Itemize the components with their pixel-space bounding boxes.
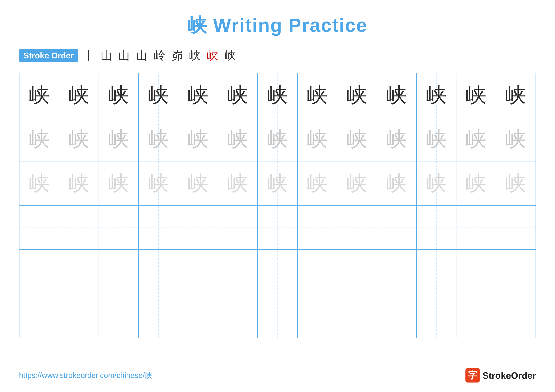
grid-cell[interactable]: 峡 [19,117,59,161]
grid-cell[interactable] [337,249,377,294]
grid-cell[interactable] [337,205,377,249]
grid-cell[interactable] [416,249,456,294]
grid-cell[interactable]: 峡 [297,73,337,117]
grid-cell[interactable]: 峡 [416,117,456,161]
grid-cell[interactable] [377,205,416,249]
grid-cell[interactable]: 峡 [258,73,297,117]
grid-cell[interactable] [178,205,218,249]
grid-cell[interactable]: 峡 [416,73,456,117]
practice-char: 峡 [426,85,447,105]
grid-cell[interactable]: 峡 [139,117,178,161]
grid-cell[interactable] [496,249,536,294]
stroke-step-5: 岭 [154,48,165,63]
practice-char: 峡 [466,129,486,150]
grid-cell[interactable]: 峡 [59,73,99,117]
grid-cell[interactable] [218,205,258,249]
grid-cell[interactable]: 峡 [456,73,496,117]
grid-cell[interactable]: 峡 [99,161,139,205]
grid-cell[interactable]: 峡 [218,117,258,161]
stroke-order-row: Stroke Order 丨 山 山 山 岭 峁 峡 峡 峡 [19,48,536,63]
grid-cell[interactable] [258,249,297,294]
grid-cell[interactable] [297,205,337,249]
grid-cell[interactable] [19,249,59,294]
grid-cell[interactable]: 峡 [218,161,258,205]
grid-cell[interactable] [456,205,496,249]
grid-cell[interactable] [297,249,337,294]
grid-cell[interactable] [218,294,258,338]
grid-cell[interactable] [258,294,297,338]
grid-cell[interactable]: 峡 [139,161,178,205]
grid-cell[interactable]: 峡 [59,117,99,161]
grid-cell[interactable] [456,249,496,294]
grid-cell[interactable] [416,294,456,338]
grid-cell[interactable]: 峡 [178,73,218,117]
footer-url[interactable]: https://www.strokeorder.com/chinese/峡 [19,370,152,380]
grid-cell[interactable]: 峡 [297,117,337,161]
grid-cell[interactable]: 峡 [99,73,139,117]
practice-char: 峡 [267,173,288,193]
grid-cell[interactable] [139,205,178,249]
practice-char: 峡 [505,173,526,193]
logo-name: StrokeOrder [482,370,536,381]
stroke-step-6: 峁 [171,48,183,63]
grid-cell[interactable]: 峡 [218,73,258,117]
grid-cell[interactable]: 峡 [496,73,536,117]
grid-cell[interactable] [59,294,99,338]
grid-cell[interactable] [377,249,416,294]
grid-cell[interactable] [59,249,99,294]
grid-cell[interactable]: 峡 [258,117,297,161]
practice-grid[interactable]: 峡峡峡峡峡峡峡峡峡峡峡峡峡峡峡峡峡峡峡峡峡峡峡峡峡峡峡峡峡峡峡峡峡峡峡峡峡峡峡 [19,73,536,338]
grid-cell[interactable] [496,205,536,249]
grid-cell[interactable]: 峡 [377,161,416,205]
grid-cell[interactable] [178,249,218,294]
grid-cell[interactable] [59,205,99,249]
grid-cell[interactable] [456,294,496,338]
practice-char: 峡 [108,85,129,105]
grid-cell[interactable]: 峡 [456,161,496,205]
practice-char: 峡 [148,173,169,193]
grid-cell[interactable] [496,294,536,338]
grid-cell[interactable] [297,294,337,338]
grid-cell[interactable]: 峡 [337,73,377,117]
grid-cell[interactable] [19,205,59,249]
grid-cell[interactable] [19,294,59,338]
stroke-order-badge: Stroke Order [19,49,78,62]
grid-cell[interactable]: 峡 [178,117,218,161]
grid-cell[interactable]: 峡 [496,117,536,161]
stroke-step-7: 峡 [189,48,201,63]
practice-char: 峡 [69,173,89,193]
grid-cell[interactable]: 峡 [377,73,416,117]
grid-cell[interactable]: 峡 [416,161,456,205]
grid-cell[interactable]: 峡 [19,161,59,205]
grid-cell[interactable]: 峡 [59,161,99,205]
footer-logo: 字 StrokeOrder [466,368,536,383]
grid-cell[interactable]: 峡 [337,161,377,205]
grid-cell[interactable] [337,294,377,338]
grid-cell[interactable]: 峡 [258,161,297,205]
grid-cell[interactable] [139,294,178,338]
grid-cell[interactable] [99,294,139,338]
grid-cell[interactable]: 峡 [337,117,377,161]
practice-char: 峡 [148,85,169,105]
grid-cell[interactable]: 峡 [377,117,416,161]
grid-cell[interactable] [139,249,178,294]
logo-icon: 字 [466,368,480,383]
grid-cell[interactable]: 峡 [19,73,59,117]
grid-cell[interactable]: 峡 [139,73,178,117]
practice-char: 峡 [267,129,288,150]
practice-char: 峡 [69,129,89,150]
grid-cell[interactable]: 峡 [456,117,496,161]
grid-cell[interactable] [178,294,218,338]
grid-cell[interactable] [218,249,258,294]
grid-cell[interactable]: 峡 [99,117,139,161]
grid-cell[interactable]: 峡 [297,161,337,205]
grid-cell[interactable] [416,205,456,249]
practice-char: 峡 [505,129,526,150]
grid-cell[interactable] [258,205,297,249]
grid-cell[interactable] [99,249,139,294]
grid-cell[interactable]: 峡 [178,161,218,205]
grid-cell[interactable] [99,205,139,249]
practice-char: 峡 [307,173,328,193]
grid-cell[interactable]: 峡 [496,161,536,205]
grid-cell[interactable] [377,294,416,338]
